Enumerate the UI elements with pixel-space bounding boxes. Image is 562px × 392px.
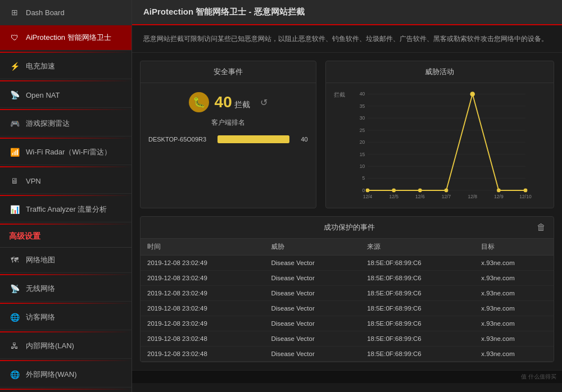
svg-text:20: 20 (360, 139, 365, 145)
cell-time: 2019-12-08 23:02:48 (140, 347, 264, 362)
security-panel-title: 安全事件 (140, 61, 316, 83)
cell-threat: Disease Vector (264, 331, 360, 347)
svg-text:30: 30 (360, 116, 365, 121)
cell-source: 18:5E:0F:68:99:C6 (360, 301, 474, 316)
cell-threat: Disease Vector (264, 347, 360, 362)
svg-text:12/5: 12/5 (389, 194, 398, 200)
cell-time: 2019-12-08 23:02:49 (140, 316, 264, 331)
svg-text:15: 15 (360, 152, 365, 157)
cell-target: x.93ne.com (474, 256, 554, 271)
chart-peak-dot (470, 92, 475, 97)
sidebar-item-wifiradar[interactable]: 📶Wi-Fi Radar（Wi-Fi雷达） (0, 140, 132, 165)
svg-text:0: 0 (362, 188, 365, 193)
watermark: 值 什么值得买 (521, 373, 556, 380)
client-bar-container (217, 135, 289, 143)
sidebar-item-lan[interactable]: 🖧内部网络(LAN) (0, 334, 132, 359)
wireless-icon: 📡 (9, 283, 20, 294)
threat-chart: 40 35 30 25 20 15 10 5 0 12/4 12/5 12/6 … (333, 89, 547, 201)
sidebar-label-gameradar: 游戏探测雷达 (26, 118, 70, 129)
sidebar-label-netmap: 网络地图 (26, 255, 55, 265)
sidebar-divider (0, 274, 132, 275)
svg-text:12/8: 12/8 (468, 194, 477, 200)
cell-target: x.93ne.com (474, 331, 554, 347)
sidebar-item-gameradar[interactable]: 🎮游戏探测雷达 (0, 111, 132, 136)
sidebar-divider (0, 303, 132, 304)
sidebar-item-wireless[interactable]: 📡无线网络 (0, 276, 132, 302)
sidebar-label-boost: 电充加速 (26, 61, 55, 71)
table-row: 2019-12-08 23:02:49Disease Vector18:5E:0… (140, 256, 554, 271)
block-label: 拦截 (234, 100, 250, 109)
sidebar-divider (0, 360, 132, 361)
cell-threat: Disease Vector (264, 271, 360, 286)
sidebar-item-boost[interactable]: ⚡电充加速 (0, 54, 132, 79)
svg-text:5: 5 (362, 176, 365, 181)
cell-target: x.93ne.com (474, 301, 554, 316)
protected-events-header: 成功保护的事件 🗑 (140, 217, 554, 239)
threat-activity-panel: 威胁活动 拦截 40 3 (325, 61, 554, 208)
chart-dot (365, 189, 369, 193)
cell-threat: Disease Vector (264, 256, 360, 271)
chart-dot (444, 189, 448, 193)
client-row: DESKTOP-65O09R3 40 (140, 133, 316, 149)
cell-target: x.93ne.com (474, 271, 554, 286)
sidebar-item-netmap[interactable]: 🗺网络地图 (0, 248, 132, 273)
chart-dot (523, 189, 527, 193)
sidebar-divider (0, 331, 132, 332)
sidebar-label-opennat: Open NAT (26, 91, 60, 99)
cell-time: 2019-12-08 23:02:49 (140, 286, 264, 301)
cell-source: 18:5E:0F:68:99:C6 (360, 286, 474, 301)
svg-text:12/9: 12/9 (494, 194, 504, 200)
col-source: 来源 (360, 239, 474, 256)
cell-time: 2019-12-08 23:02:48 (140, 331, 264, 347)
table-row: 2019-12-08 23:02:49Disease Vector18:5E:0… (140, 316, 554, 331)
traffic-icon: 📊 (9, 204, 20, 215)
sidebar-label-guest: 访客网络 (26, 312, 55, 322)
sidebar-item-traffic[interactable]: 📊Traffic Analyzer 流量分析 (0, 197, 132, 222)
sidebar-item-wan[interactable]: 🌐外部网络(WAN) (0, 362, 132, 388)
cell-time: 2019-12-08 23:02:49 (140, 271, 264, 286)
client-bar (217, 135, 289, 143)
reset-icon[interactable]: ↺ (260, 97, 268, 108)
cell-threat: Disease Vector (264, 286, 360, 301)
sidebar-label-wifiradar: Wi-Fi Radar（Wi-Fi雷达） (26, 147, 111, 157)
sidebar-divider (0, 109, 132, 110)
chart-container: 拦截 40 35 30 (326, 83, 554, 208)
sidebar: ⊞Dash Board🛡AiProtection 智能网络卫士⚡电充加速📡Ope… (0, 0, 132, 392)
page-title: AiProtection 智能网络卫士 - 恶意网站拦截 (143, 7, 305, 16)
sidebar-item-dashboard[interactable]: ⊞Dash Board (0, 0, 132, 25)
security-count-area: 🐛 40 拦截 ↺ (140, 83, 316, 116)
sidebar-divider (0, 166, 132, 167)
sidebar-divider (0, 195, 132, 196)
cell-target: x.93ne.com (474, 347, 554, 362)
security-events-panel: 安全事件 🐛 40 拦截 ↺ 客户端排名 DESKTOP-65O09R3 40 (140, 61, 316, 208)
table-row: 2019-12-08 23:02:48Disease Vector18:5E:0… (140, 347, 554, 362)
sidebar-label-wan: 外部网络(WAN) (26, 370, 77, 380)
wifiradar-icon: 📶 (9, 147, 20, 158)
threat-panel-title: 威胁活动 (326, 61, 554, 83)
sidebar-item-vpn[interactable]: 🖥VPN (0, 168, 132, 194)
ranking-label: 客户端排名 (140, 116, 316, 133)
bug-icon: 🐛 (189, 92, 209, 112)
wan-icon: 🌐 (9, 369, 20, 380)
sidebar-label-lan: 内部网络(LAN) (26, 341, 74, 351)
events-table: 时间 威胁 来源 目标 2019-12-08 23:02:49Disease V… (140, 239, 554, 362)
svg-text:25: 25 (360, 127, 365, 133)
delete-icon[interactable]: 🗑 (537, 222, 546, 233)
chart-dot (392, 189, 396, 193)
sidebar-divider (0, 52, 132, 53)
aiprotection-icon: 🛡 (9, 32, 20, 43)
sidebar-item-guest[interactable]: 🌐访客网络 (0, 305, 132, 330)
cell-target: x.93ne.com (474, 286, 554, 301)
sidebar-divider (0, 389, 132, 390)
cell-threat: Disease Vector (264, 316, 360, 331)
sidebar-item-opennat[interactable]: 📡Open NAT (0, 83, 132, 108)
svg-text:40: 40 (360, 92, 365, 97)
sidebar-item-aiprotection[interactable]: 🛡AiProtection 智能网络卫士 (0, 25, 132, 51)
chart-y-label: 拦截 (334, 91, 345, 99)
protected-events-title: 成功保护的事件 (162, 222, 537, 233)
cell-source: 18:5E:0F:68:99:C6 (360, 256, 474, 271)
security-count-display: 40 拦截 (215, 93, 251, 111)
chart-dot (418, 189, 422, 193)
main-content: AiProtection 智能网络卫士 - 恶意网站拦截 恶意网站拦截可限制访问… (132, 0, 562, 392)
dashboard-icon: ⊞ (9, 7, 20, 18)
